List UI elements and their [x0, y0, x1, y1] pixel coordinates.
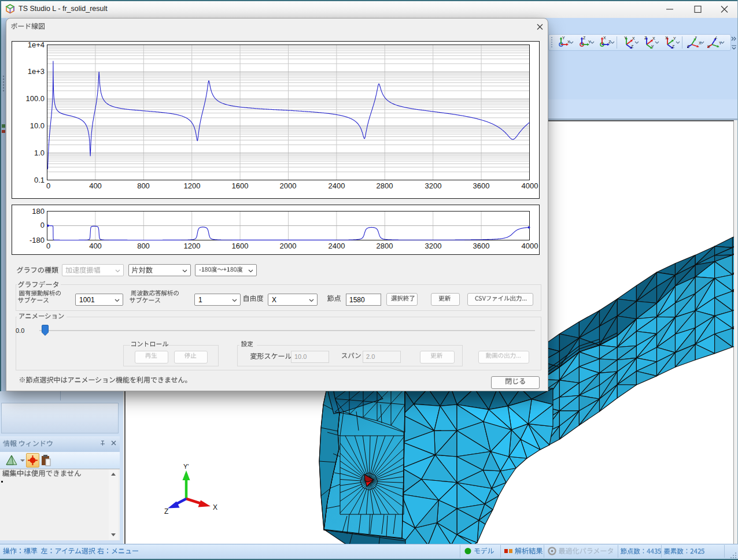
svg-text:X: X — [665, 36, 668, 40]
svg-text:Z: Z — [644, 36, 647, 40]
svg-text:Y: Y — [651, 44, 654, 49]
svg-text:Z: Z — [164, 507, 168, 516]
svg-text:Z: Z — [715, 36, 718, 39]
svg-text:X: X — [652, 36, 655, 40]
svg-text:Z: Z — [672, 44, 675, 49]
svg-text:Y: Y — [562, 36, 565, 40]
svg-text:Y: Y — [624, 36, 627, 40]
svg-text:Z: Z — [631, 44, 634, 49]
svg-text:Z: Z — [687, 44, 690, 49]
svg-text:X: X — [707, 44, 710, 49]
svg-text:X: X — [213, 503, 217, 511]
svg-text:X: X — [632, 36, 635, 40]
svg-text:Z: Z — [583, 36, 586, 40]
svg-text:Y': Y' — [183, 463, 189, 470]
svg-text:Y: Y — [695, 36, 698, 39]
svg-text:Y: Y — [673, 36, 676, 40]
svg-text:X: X — [603, 36, 606, 40]
